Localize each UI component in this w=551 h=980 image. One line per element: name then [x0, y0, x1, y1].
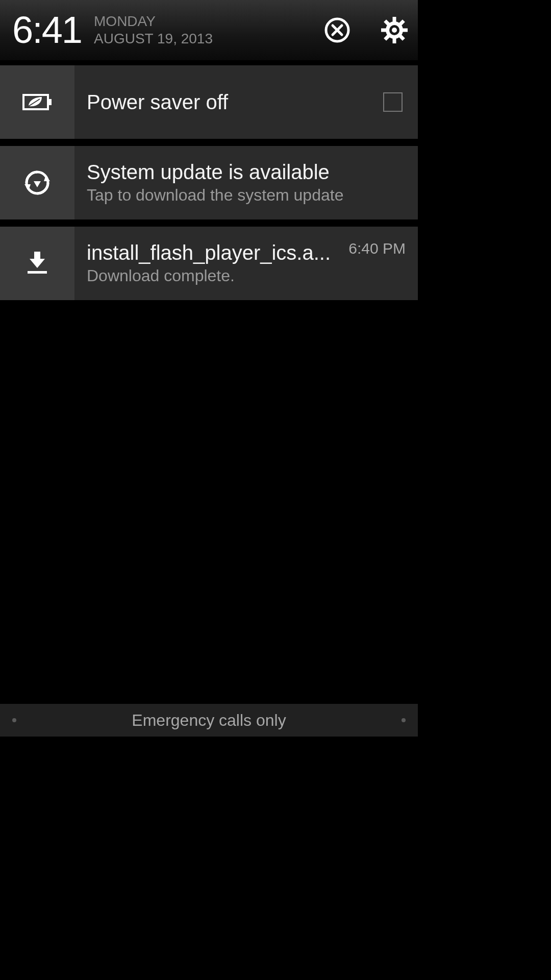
system-update-subtitle: Tap to download the system update [87, 186, 406, 205]
power-saver-body: Power saver off [74, 65, 418, 139]
clock-time[interactable]: 6:41 [12, 11, 82, 49]
svg-rect-21 [28, 271, 47, 274]
footer-dot-right [402, 718, 406, 722]
system-update-icon-cell [0, 146, 74, 219]
power-saver-text: Power saver off [87, 91, 377, 114]
svg-marker-20 [30, 252, 45, 268]
svg-rect-9 [381, 29, 386, 32]
notifications-list: Power saver off System update is availab… [0, 65, 418, 301]
download-body: install_flash_player_ics.a... Download c… [74, 227, 418, 300]
download-subtitle: Download complete. [87, 266, 340, 285]
header-actions [324, 17, 408, 43]
download-title: install_flash_player_ics.a... [87, 241, 340, 264]
battery-leaf-icon [21, 92, 53, 112]
svg-rect-5 [403, 29, 408, 32]
download-icon-cell [0, 227, 74, 300]
carrier-status: Emergency calls only [132, 711, 286, 730]
power-saver-label: Power saver off [87, 91, 377, 114]
date-label: AUGUST 19, 2013 [94, 30, 213, 47]
download-time: 6:40 PM [348, 240, 406, 257]
power-saver-checkbox[interactable] [383, 92, 403, 112]
settings-button[interactable] [381, 17, 408, 43]
clear-all-button[interactable] [324, 17, 350, 43]
power-saver-icon-cell [0, 65, 74, 139]
svg-point-13 [392, 28, 397, 33]
system-update-text: System update is available Tap to downlo… [87, 161, 406, 205]
svg-rect-3 [393, 17, 396, 22]
close-circle-icon [324, 17, 350, 43]
system-update-notification[interactable]: System update is available Tap to downlo… [0, 146, 418, 220]
system-update-body: System update is available Tap to downlo… [74, 146, 418, 219]
download-notification[interactable]: install_flash_player_ics.a... Download c… [0, 227, 418, 301]
system-update-title: System update is available [87, 161, 406, 184]
gear-icon [381, 17, 408, 43]
svg-rect-15 [48, 99, 52, 105]
svg-rect-7 [393, 38, 396, 43]
footer-dot-left [12, 718, 16, 722]
date-block[interactable]: MONDAY AUGUST 19, 2013 [94, 13, 213, 47]
svg-marker-19 [34, 181, 41, 187]
download-icon [23, 250, 51, 277]
download-text: install_flash_player_ics.a... Download c… [87, 241, 340, 285]
power-saver-toggle-row[interactable]: Power saver off [0, 65, 418, 140]
day-label: MONDAY [94, 13, 213, 30]
update-refresh-icon [23, 169, 51, 197]
notification-header: 6:41 MONDAY AUGUST 19, 2013 [0, 0, 418, 61]
carrier-footer: Emergency calls only [0, 704, 418, 737]
